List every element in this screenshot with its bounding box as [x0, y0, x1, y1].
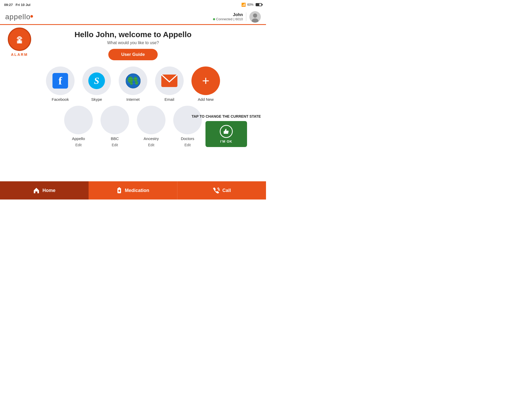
app-label-internet: Internet	[127, 97, 140, 102]
app-logo: appello	[5, 13, 33, 21]
home-icon	[33, 187, 40, 194]
date: Fri 10 Jul	[16, 3, 30, 7]
app-circle-ancestry[interactable]	[137, 106, 165, 134]
app-circle-facebook[interactable]: f	[46, 66, 75, 95]
welcome-title: Hello John, welcome to Appello	[75, 30, 192, 39]
app-item-bbc: BBC Edit	[101, 106, 129, 147]
welcome-subtitle: What would you like to use?	[107, 41, 159, 45]
app-item-addnew: + Add New	[191, 66, 220, 102]
nav-home[interactable]: Home	[0, 181, 89, 200]
facebook-icon: f	[52, 73, 68, 89]
tap-to-change-section: TAP TO CHANGE THE CURRENT STATE I'M OK	[192, 114, 261, 147]
app-label-bbc: BBC	[111, 136, 119, 141]
medication-icon	[116, 187, 122, 194]
user-status: Connected | 6010	[213, 17, 243, 21]
svg-rect-6	[20, 41, 22, 42]
battery-percent: 60%	[247, 3, 254, 6]
im-ok-button[interactable]: I'M OK	[205, 121, 247, 147]
app-label-skype: Skype	[91, 97, 102, 102]
app-item-appello: Appello Edit	[64, 106, 93, 147]
time: 09:27	[4, 3, 13, 7]
app-circle-bbc[interactable]	[101, 106, 129, 134]
user-code: 6010	[235, 17, 243, 21]
app-item-email: Email	[155, 66, 184, 102]
app-label-ancestry: Ancestry	[144, 136, 159, 141]
user-info: John Connected | 6010	[213, 12, 246, 21]
app-circle-appello[interactable]	[64, 106, 93, 134]
svg-rect-16	[224, 131, 225, 134]
nav-medication-label: Medication	[125, 188, 149, 193]
call-icon	[212, 187, 220, 194]
app-header: appello John Connected | 6010	[0, 9, 266, 25]
app-circle-addnew[interactable]: +	[191, 66, 220, 95]
app-label-email: Email	[164, 97, 174, 102]
alarm-label: ALARM	[11, 52, 28, 57]
app-circle-email[interactable]	[155, 66, 184, 95]
app-circle-internet[interactable]	[119, 66, 147, 95]
apps-row-1: f Facebook S Skype	[46, 66, 220, 102]
globe-icon	[125, 72, 142, 89]
plus-icon: +	[202, 75, 209, 87]
header-right: John Connected | 6010	[213, 11, 261, 23]
status-divider: |	[234, 17, 234, 21]
nav-medication[interactable]: Medication	[89, 181, 177, 200]
svg-rect-7	[17, 42, 22, 43]
nav-call-label: Call	[222, 188, 231, 193]
edit-label-ancestry[interactable]: Edit	[148, 143, 154, 147]
app-item-internet: Internet	[119, 66, 147, 102]
im-ok-circle-icon	[220, 125, 233, 138]
svg-rect-18	[118, 187, 120, 189]
app-item-facebook: f Facebook	[46, 66, 75, 102]
status-bar: 09:27 Fri 10 Jul 📶 60%	[0, 0, 266, 9]
status-time-date: 09:27 Fri 10 Jul	[4, 3, 30, 7]
battery-visual	[256, 3, 262, 6]
edit-label-bbc[interactable]: Edit	[112, 143, 118, 147]
alarm-section: ALARM	[8, 28, 31, 57]
connection-status: Connected	[216, 17, 232, 21]
main-content: ALARM Hello John, welcome to Appello Wha…	[0, 25, 266, 168]
edit-label-doctors[interactable]: Edit	[184, 143, 191, 147]
svg-point-1	[253, 14, 257, 18]
apps-row-2: Appello Edit BBC Edit Ancestry Edit	[64, 106, 202, 147]
app-circle-skype[interactable]: S	[82, 66, 111, 95]
connected-dot-icon	[213, 18, 215, 20]
skype-icon: S	[88, 72, 105, 89]
edit-label-appello[interactable]: Edit	[75, 143, 82, 147]
wifi-icon: 📶	[241, 3, 246, 7]
svg-rect-5	[17, 41, 19, 42]
logo-dot-icon	[30, 15, 33, 18]
im-ok-label: I'M OK	[220, 139, 232, 143]
nav-call[interactable]: Call	[177, 181, 266, 200]
svg-rect-20	[118, 190, 120, 191]
app-item-skype: S Skype	[82, 66, 111, 102]
nav-home-label: Home	[42, 188, 55, 193]
alarm-button[interactable]	[8, 28, 31, 51]
app-label-addnew: Add New	[198, 97, 214, 102]
user-guide-button[interactable]: User Guide	[108, 49, 158, 60]
user-name: John	[213, 12, 243, 17]
email-icon	[161, 75, 177, 87]
bottom-nav: Home Medication Call	[0, 181, 266, 200]
svg-point-9	[128, 77, 133, 83]
app-item-ancestry: Ancestry Edit	[137, 106, 165, 147]
app-label-facebook: Facebook	[52, 97, 69, 102]
battery-fill	[256, 4, 259, 6]
user-avatar[interactable]	[249, 11, 261, 23]
app-label-appello: Appello	[72, 136, 85, 141]
tap-title: TAP TO CHANGE THE CURRENT STATE	[192, 114, 261, 118]
logo-text: appello	[5, 13, 30, 21]
svg-rect-4	[18, 39, 21, 43]
status-right-section: 📶 60%	[241, 3, 262, 7]
